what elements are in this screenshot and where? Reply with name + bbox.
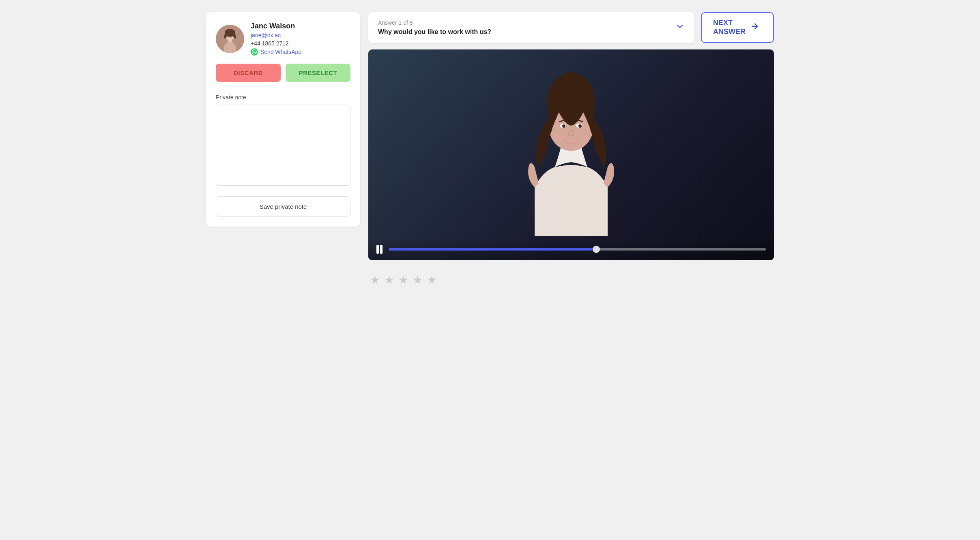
whatsapp-label: Send WhatsApp bbox=[260, 49, 301, 55]
candidate-name: Janc Waison bbox=[251, 22, 301, 30]
right-panel: Answer 1 of 8 Why would you like to work… bbox=[368, 12, 774, 288]
video-woman-figure bbox=[502, 66, 640, 236]
star-1[interactable]: ★ bbox=[370, 273, 380, 287]
candidate-email[interactable]: jane@ox.ac bbox=[251, 32, 301, 39]
svg-point-18 bbox=[578, 133, 588, 140]
whatsapp-icon bbox=[251, 48, 258, 56]
next-arrow-icon bbox=[750, 22, 759, 33]
answer-meta: Answer 1 of 8 Why would you like to work… bbox=[378, 19, 491, 36]
star-5[interactable]: ★ bbox=[427, 273, 437, 287]
preselect-button[interactable]: PRESELECT bbox=[286, 64, 350, 82]
svg-point-15 bbox=[564, 125, 565, 126]
answer-header-row: Answer 1 of 8 Why would you like to work… bbox=[368, 12, 774, 43]
svg-point-5 bbox=[228, 35, 229, 36]
star-2[interactable]: ★ bbox=[384, 273, 394, 287]
video-background bbox=[368, 49, 774, 260]
private-note-textarea[interactable] bbox=[216, 105, 350, 186]
candidate-phone: +44 1865 2712 bbox=[251, 40, 301, 47]
answer-count: Answer 1 of 8 bbox=[378, 19, 491, 26]
candidate-header: Janc Waison jane@ox.ac +44 1865 2712 Sen… bbox=[216, 22, 350, 56]
answer-card: Answer 1 of 8 Why would you like to work… bbox=[368, 12, 694, 43]
whatsapp-link[interactable]: Send WhatsApp bbox=[251, 48, 301, 56]
discard-button[interactable]: DISCARD bbox=[216, 64, 281, 82]
svg-point-6 bbox=[231, 35, 232, 36]
main-layout: Janc Waison jane@ox.ac +44 1865 2712 Sen… bbox=[206, 12, 774, 288]
star-rating: ★ ★ ★ ★ ★ bbox=[368, 267, 774, 288]
chevron-down-icon[interactable] bbox=[675, 21, 685, 34]
video-player bbox=[368, 49, 774, 260]
video-controls bbox=[368, 238, 774, 260]
pause-button[interactable] bbox=[376, 245, 383, 254]
svg-rect-4 bbox=[228, 40, 232, 42]
avatar bbox=[216, 25, 244, 53]
save-note-button[interactable]: Save private note bbox=[216, 196, 350, 217]
star-3[interactable]: ★ bbox=[398, 273, 408, 287]
svg-point-17 bbox=[554, 133, 564, 140]
private-note-label: Private note bbox=[216, 94, 350, 101]
candidate-info: Janc Waison jane@ox.ac +44 1865 2712 Sen… bbox=[251, 22, 301, 56]
next-answer-label: NEXTANSWER bbox=[713, 19, 746, 36]
pause-bar-left bbox=[376, 245, 379, 254]
star-4[interactable]: ★ bbox=[413, 273, 423, 287]
answer-question: Why would you like to work with us? bbox=[378, 28, 491, 36]
progress-bar[interactable] bbox=[389, 248, 766, 251]
svg-point-3 bbox=[225, 29, 235, 37]
progress-fill bbox=[389, 248, 596, 251]
progress-thumb[interactable] bbox=[593, 246, 600, 253]
next-answer-button[interactable]: NEXTANSWER bbox=[701, 12, 774, 43]
pause-bar-right bbox=[380, 245, 383, 254]
action-buttons: DISCARD PRESELECT bbox=[216, 64, 350, 82]
svg-point-16 bbox=[580, 125, 581, 126]
candidate-panel: Janc Waison jane@ox.ac +44 1865 2712 Sen… bbox=[206, 12, 360, 227]
